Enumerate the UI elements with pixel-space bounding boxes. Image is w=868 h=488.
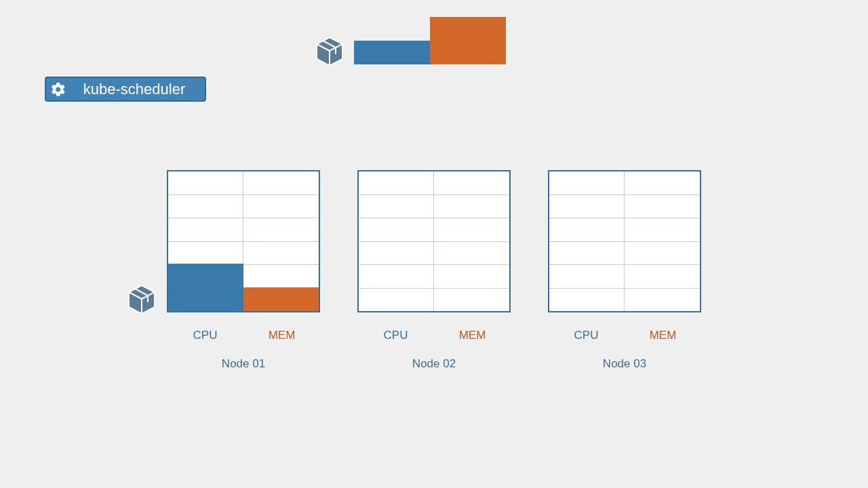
node-3: CPU MEM Node 03 <box>548 170 701 371</box>
node-name: Node 01 <box>167 357 320 371</box>
node-capacity-grid <box>548 170 701 312</box>
pending-pod <box>315 17 506 64</box>
axis-labels: CPU MEM <box>357 329 511 342</box>
cpu-column <box>549 171 625 311</box>
pending-cpu-column <box>354 41 430 64</box>
scheduler-label: kube-scheduler <box>71 81 205 98</box>
node-name: Node 03 <box>548 357 701 371</box>
gear-icon <box>46 81 71 98</box>
mem-column <box>625 171 700 311</box>
node-2: CPU MEM Node 02 <box>357 170 511 371</box>
axis-labels: CPU MEM <box>167 329 320 342</box>
mem-column <box>243 171 319 311</box>
pending-mem-column <box>430 17 506 64</box>
package-icon <box>315 36 344 67</box>
node-capacity-grid <box>357 170 511 312</box>
mem-block <box>430 41 506 64</box>
kube-scheduler-badge: kube-scheduler <box>45 77 206 102</box>
cpu-label: CPU <box>548 329 625 342</box>
mem-label: MEM <box>243 329 320 342</box>
cpu-column <box>168 171 243 311</box>
cpu-label: CPU <box>357 329 434 342</box>
nodes-row: CPU MEM Node 01 CPU MEM Node 02 <box>0 170 868 371</box>
node-1: CPU MEM Node 01 <box>167 170 320 371</box>
mem-block <box>430 17 506 41</box>
cpu-label: CPU <box>167 329 243 342</box>
cpu-column <box>359 171 434 311</box>
mem-label: MEM <box>434 329 511 342</box>
node-name: Node 02 <box>357 357 511 371</box>
mem-label: MEM <box>625 329 701 342</box>
cpu-block <box>354 41 430 64</box>
axis-labels: CPU MEM <box>548 329 701 342</box>
mem-column <box>434 171 509 311</box>
package-icon <box>127 284 156 315</box>
node-capacity-grid <box>167 170 320 312</box>
